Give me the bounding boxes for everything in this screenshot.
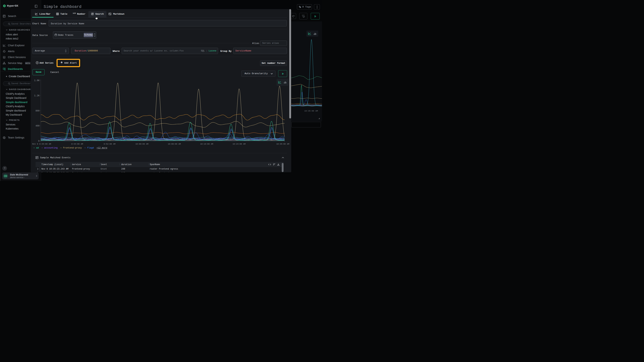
svg-text:400: 400 xyxy=(36,125,40,127)
svg-text:1.2K: 1.2K xyxy=(34,95,40,97)
svg-text:9:52:00 AM: 9:52:00 AM xyxy=(104,143,116,145)
svg-text:10:00:00 AM: 10:00:00 AM xyxy=(136,143,148,145)
svg-text:10:24:00 AM: 10:24:00 AM xyxy=(232,143,246,145)
svg-text:10:35:00 AM: 10:35:00 AM xyxy=(276,143,289,145)
svg-text:1.6K: 1.6K xyxy=(34,79,40,82)
svg-text:0: 0 xyxy=(38,140,40,142)
svg-text:9:44:00 AM: 9:44:00 AM xyxy=(71,143,83,145)
svg-text:800: 800 xyxy=(36,110,40,112)
svg-text:Nov 6 9:35:00 AM: Nov 6 9:35:00 AM xyxy=(32,143,51,145)
svg-text:10:16:00 AM: 10:16:00 AM xyxy=(200,143,213,145)
svg-text:10:08:00 AM: 10:08:00 AM xyxy=(168,143,181,145)
